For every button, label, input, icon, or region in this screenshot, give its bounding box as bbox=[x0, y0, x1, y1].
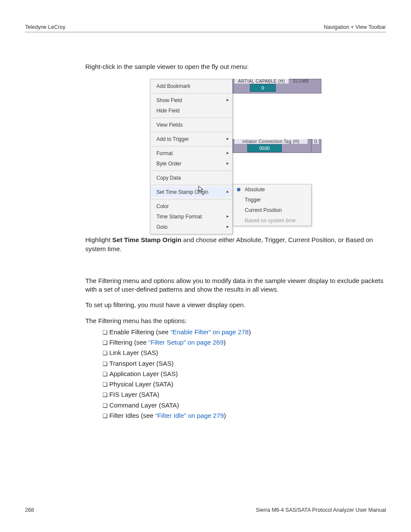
ctx-add-to-trigger[interactable]: Add to Trigger bbox=[150, 134, 232, 144]
highlight-pre: Highlight bbox=[85, 236, 112, 243]
link-filter-idle[interactable]: “Filter Idle” on page 279 bbox=[155, 412, 224, 419]
list-item: FIS Layer (SATA) bbox=[103, 390, 387, 399]
sub-absolute[interactable]: Absolute bbox=[234, 184, 311, 195]
context-menu[interactable]: Add Bookmark Show Field Hide Field View … bbox=[150, 79, 233, 234]
bg-val-top: 0 bbox=[250, 84, 276, 92]
list-item: Enable Filtering (see “Enable Filter” on… bbox=[103, 328, 387, 336]
ctx-byte-order[interactable]: Byte Order bbox=[150, 159, 232, 169]
page-footer: 268 Sierra M6-4 SAS/SATA Protocol Analyz… bbox=[25, 507, 386, 513]
highlight-bold: Set Time Stamp Origin bbox=[112, 236, 182, 243]
list-item: Link Layer (SAS) bbox=[103, 348, 387, 357]
link-filter-setup[interactable]: “Filter Setup” on page 269 bbox=[149, 339, 224, 346]
header-left: Teledyne LeCroy bbox=[25, 24, 65, 30]
ctx-hide-field[interactable]: Hide Field bbox=[150, 106, 232, 116]
page-body: Right-click in the sample viewer to open… bbox=[25, 32, 387, 420]
ctx-format[interactable]: Format bbox=[150, 148, 232, 159]
sub-based-on-system-time[interactable]: Based on system time bbox=[234, 215, 311, 226]
screenshot-figure: ARTIAL CAPABLE (H) SLUMB 0 nitiator Conn… bbox=[150, 79, 322, 224]
intro-paragraph: Right-click in the sample viewer to open… bbox=[85, 62, 387, 71]
footer-page-number: 268 bbox=[25, 507, 34, 513]
filter-p3: The Filtering menu has the options: bbox=[85, 317, 387, 325]
ctx-goto[interactable]: Goto bbox=[150, 222, 232, 232]
list-item: Filter Idles (see “Filter Idle” on page … bbox=[103, 411, 387, 420]
list-item: Command Layer (SATA) bbox=[103, 401, 387, 410]
ctx-color[interactable]: Color bbox=[150, 201, 232, 212]
bg-val-mid: 0500 bbox=[247, 144, 282, 152]
list-item: Physical Layer (SATA) bbox=[103, 380, 387, 389]
list-item: Transport Layer (SAS) bbox=[103, 359, 387, 368]
filter-p2: To set up filtering, you must have a vie… bbox=[85, 301, 387, 309]
ctx-copy-data[interactable]: Copy Data bbox=[150, 173, 232, 183]
submenu-time-stamp-origin[interactable]: Absolute Trigger Current Position Based … bbox=[233, 184, 311, 226]
footer-doc-title: Sierra M6-4 SAS/SATA Protocol Analyzer U… bbox=[256, 507, 386, 513]
list-item: Application Layer (SAS) bbox=[103, 370, 387, 378]
bg-header-mid-right: D bbox=[313, 139, 319, 144]
ctx-set-time-stamp-origin[interactable]: Set Time Stamp Origin bbox=[150, 187, 232, 197]
sub-trigger[interactable]: Trigger bbox=[234, 195, 311, 205]
ctx-time-stamp-format[interactable]: Time Stamp Format bbox=[150, 212, 232, 222]
ctx-view-fields[interactable]: View Fields bbox=[150, 120, 232, 130]
header-right: Navigation + View Toolbar bbox=[324, 24, 386, 30]
bg-header-top: ARTIAL CAPABLE (H) bbox=[234, 79, 289, 84]
filter-p1: The Filtering menu and options allow you… bbox=[85, 277, 387, 294]
highlight-paragraph: Highlight Set Time Stamp Origin and choo… bbox=[85, 236, 387, 253]
list-item: Filtering (see “Filter Setup” on page 26… bbox=[103, 338, 387, 347]
bg-slumb-label: SLUMB bbox=[293, 79, 309, 84]
page-header: Teledyne LeCroy Navigation + View Toolba… bbox=[25, 24, 386, 32]
ctx-show-field[interactable]: Show Field bbox=[150, 95, 232, 106]
link-enable-filter[interactable]: “Enable Filter” on page 278 bbox=[170, 328, 249, 336]
filter-options-list: Enable Filtering (see “Enable Filter” on… bbox=[103, 328, 387, 420]
bg-header-mid: nitiator Connection Tag (H) bbox=[234, 139, 308, 144]
ctx-add-bookmark[interactable]: Add Bookmark bbox=[150, 81, 232, 91]
sub-current-position[interactable]: Current Position bbox=[234, 205, 311, 215]
